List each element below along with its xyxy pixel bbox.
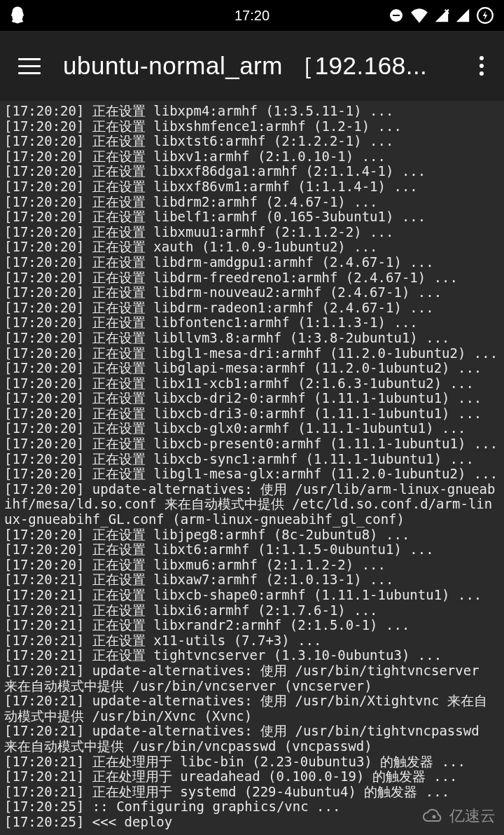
terminal-line: [17:20:21] 正在设置 libxi6:armhf (2:1.7.6-1)… — [4, 603, 500, 619]
terminal-line: [17:20:21] update-alternatives: 使用 /usr/… — [4, 663, 500, 693]
flash-circle-icon — [476, 6, 494, 25]
terminal-line: [17:20:20] 正在设置 xauth (1:1.0.9-1ubuntu2)… — [4, 240, 500, 255]
terminal-line: [17:20:20] 正在设置 libxcb-glx0:armhf (1.11.… — [4, 421, 500, 436]
terminal-line: [17:20:21] 正在处理用于 libc-bin (2.23-0ubuntu… — [4, 754, 500, 770]
dnd-icon — [388, 7, 405, 24]
terminal-line: [17:20:20] 正在设置 libxt6:armhf (1:1.1.5-0u… — [4, 542, 500, 558]
terminal-line: [17:20:21] 正在设置 tightvncserver (1.3.10-0… — [4, 648, 500, 663]
terminal-output[interactable]: [17:20:20] 正在设置 libxpm4:armhf (1:3.5.11-… — [0, 101, 504, 835]
overflow-menu-button[interactable] — [465, 49, 498, 83]
terminal-line: [17:20:20] 正在设置 libdrm-amdgpu1:armhf (2.… — [4, 255, 500, 270]
status-left — [7, 5, 28, 26]
terminal-line: [17:20:21] 正在设置 x11-utils (7.7+3) ... — [4, 633, 500, 649]
terminal-line: [17:20:21] 正在处理用于 systemd (229-4ubuntu4)… — [4, 785, 500, 800]
terminal-line: [17:20:20] 正在设置 libdrm-freedreno1:armhf … — [4, 270, 500, 286]
terminal-line: [17:20:20] 正在设置 libxshmfence1:armhf (1.2… — [4, 119, 500, 134]
terminal-line: [17:20:20] 正在设置 libelf1:armhf (0.165-3ub… — [4, 209, 500, 225]
terminal-line: [17:20:20] 正在设置 libxcb-present0:armhf (1… — [4, 436, 500, 452]
terminal-line: [17:20:21] 正在设置 libxaw7:armhf (2:1.0.13-… — [4, 572, 500, 588]
terminal-line: [17:20:20] 正在设置 libx11-xcb1:armhf (2:1.6… — [4, 376, 500, 392]
signal-icon — [455, 8, 470, 23]
terminal-line: [17:20:20] update-alternatives: 使用 /usr/… — [4, 482, 500, 527]
terminal-line: [17:20:20] 正在设置 libdrm-radeon1:armhf (2.… — [4, 301, 500, 316]
terminal-line: [17:20:20] 正在设置 libgl1-mesa-dri:armhf (1… — [4, 346, 500, 361]
terminal-line: [17:20:21] 正在设置 libxrandr2:armhf (2:1.5.… — [4, 618, 500, 633]
terminal-line: [17:20:25] :: Configuring graphics/vnc .… — [4, 799, 500, 815]
qq-icon — [7, 5, 28, 26]
app-title: ubuntu-normal_arm ［192.168... — [63, 50, 465, 83]
status-right — [388, 6, 494, 25]
terminal-line: [17:20:21] update-alternatives: 使用 /usr/… — [4, 693, 500, 724]
terminal-line: [17:20:20] 正在设置 libxmu6:armhf (2:1.1.2-2… — [4, 558, 500, 573]
terminal-line: [17:20:20] 正在设置 libxcb-sync1:armhf (1.11… — [4, 452, 500, 467]
terminal-line: [17:20:21] 正在处理用于 ureadahead (0.100.0-19… — [4, 769, 500, 785]
terminal-line: [17:20:20] 正在设置 libxxf86dga1:armhf (2:1.… — [4, 164, 500, 179]
terminal-line: [17:20:20] 正在设置 libxtst6:armhf (2:1.2.2-… — [4, 134, 500, 149]
terminal-line: [17:20:20] 正在设置 libjpeg8:armhf (8c-2ubun… — [4, 527, 500, 543]
status-time: 17:20 — [234, 8, 270, 24]
terminal-line: [17:20:20] 正在设置 libgl1-mesa-glx:armhf (1… — [4, 467, 500, 482]
terminal-line: [17:20:20] 正在设置 libxmuu1:armhf (2:1.1.2-… — [4, 225, 500, 240]
terminal-line: [17:20:21] update-alternatives: 使用 /usr/… — [4, 724, 500, 754]
terminal-line: [17:20:20] 正在设置 libfontenc1:armhf (1:1.1… — [4, 315, 500, 331]
app-bar: ubuntu-normal_arm ［192.168... — [0, 31, 504, 101]
terminal-line: [17:20:20] 正在设置 libdrm-nouveau2:armhf (2… — [4, 285, 500, 301]
wifi-icon — [410, 8, 428, 23]
terminal-line: [17:20:20] 正在设置 libxcb-dri3-0:armhf (1.1… — [4, 406, 500, 422]
terminal-line: [17:20:20] 正在设置 libxcb-dri2-0:armhf (1.1… — [4, 391, 500, 406]
terminal-line: [17:20:20] 正在设置 libxxf86vm1:armhf (1:1.1… — [4, 179, 500, 195]
signal-no-data-icon — [434, 8, 449, 23]
status-bar: 17:20 — [0, 0, 504, 31]
terminal-line: [17:20:20] 正在设置 libxv1:armhf (2:1.0.10-1… — [4, 149, 500, 165]
svg-rect-1 — [393, 15, 400, 16]
terminal-line: [17:20:20] 正在设置 libglapi-mesa:armhf (11.… — [4, 361, 500, 376]
menu-button[interactable] — [13, 49, 46, 83]
terminal-line: [17:20:20] 正在设置 libdrm2:armhf (2.4.67-1)… — [4, 195, 500, 210]
terminal-line: [17:20:25] <<< deploy — [4, 815, 500, 830]
terminal-line: [17:20:20] 正在设置 libxpm4:armhf (1:3.5.11-… — [4, 104, 500, 119]
terminal-line: [17:20:20] 正在设置 libllvm3.8:armhf (1:3.8-… — [4, 331, 500, 346]
terminal-line: [17:20:21] 正在设置 libxcb-shape0:armhf (1.1… — [4, 588, 500, 603]
